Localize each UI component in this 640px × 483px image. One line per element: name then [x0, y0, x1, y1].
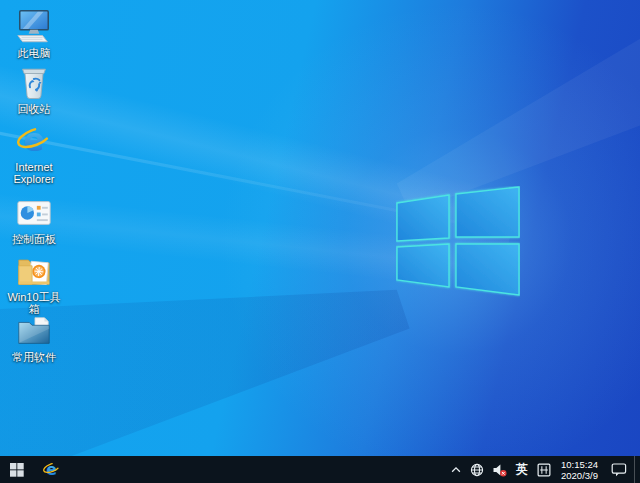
taskbar: e [0, 456, 640, 483]
control-panel-icon [15, 194, 53, 232]
volume-button[interactable] [488, 456, 511, 483]
desktop-icon-this-pc[interactable]: 此电脑 [2, 8, 66, 59]
desktop-icon-label: 此电脑 [18, 47, 51, 59]
hidden-icons-button[interactable] [446, 456, 466, 483]
svg-text:e: e [46, 460, 57, 479]
desktop-icon-label: Internet Explorer [2, 161, 66, 185]
desktop-icon-label: 回收站 [18, 103, 51, 115]
desktop-icon-win10-toolbox[interactable]: Win10工具箱 [2, 252, 66, 315]
language-indicator[interactable]: 英 [511, 456, 533, 483]
desktop-icon-label: 常用软件 [12, 351, 56, 363]
wallpaper-glow [0, 0, 640, 483]
internet-explorer-icon: e [15, 122, 53, 160]
network-status-button[interactable] [466, 456, 488, 483]
system-tray: 英 10:15:24 2020/3/9 [446, 456, 640, 483]
recycle-bin-icon [15, 64, 53, 102]
ie-icon: e [42, 460, 61, 479]
wallpaper-light-wedge [0, 0, 640, 483]
desktop: 此电脑 回收站 e Internet Explorer [0, 0, 640, 483]
windows-logo-icon [10, 463, 24, 477]
ime-mode-button[interactable] [533, 456, 555, 483]
windows-logo-wallpaper [396, 186, 520, 302]
chevron-up-icon [450, 464, 462, 476]
clock-date: 2020/3/9 [561, 470, 598, 481]
desktop-icon-common-software[interactable]: 常用软件 [2, 312, 66, 363]
toolbox-folder-icon [15, 252, 53, 290]
globe-network-icon [470, 463, 484, 477]
show-desktop-button[interactable] [634, 456, 640, 483]
taskbar-internet-explorer[interactable]: e [34, 456, 68, 483]
clock-time: 10:15:24 [561, 459, 598, 470]
svg-text:e: e [23, 122, 44, 158]
ime-grid-icon [537, 463, 551, 477]
blue-folder-icon [15, 312, 53, 350]
wallpaper-shadow-wedge [0, 0, 640, 483]
taskbar-clock[interactable]: 10:15:24 2020/3/9 [555, 459, 604, 481]
action-center-button[interactable] [604, 456, 634, 483]
desktop-icon-recycle-bin[interactable]: 回收站 [2, 64, 66, 115]
speech-bubble-icon [611, 462, 627, 477]
this-pc-icon [15, 8, 53, 46]
desktop-icon-control-panel[interactable]: 控制面板 [2, 194, 66, 245]
desktop-icon-internet-explorer[interactable]: e Internet Explorer [2, 122, 66, 185]
start-button[interactable] [0, 456, 34, 483]
speaker-muted-icon [492, 463, 507, 477]
desktop-icon-label: 控制面板 [12, 233, 56, 245]
